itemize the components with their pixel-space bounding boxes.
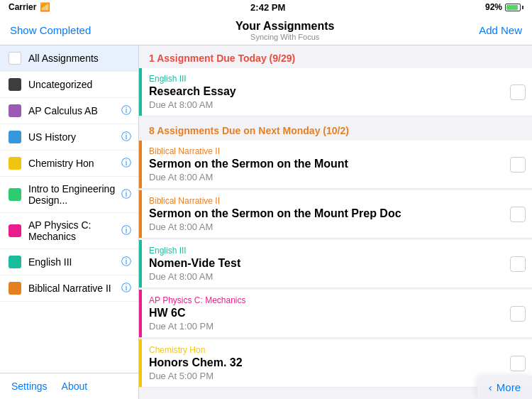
info-icon-us-history[interactable]: ⓘ	[121, 131, 131, 143]
assignment-card-assign-5: AP Physics C: MechanicsHW 6CDue At 1:00 …	[139, 290, 532, 338]
more-label: More	[497, 381, 521, 393]
card-title-assign-4: Nomen-Vide Test	[149, 257, 497, 270]
sidebar-label-ap-physics: AP Physics C: Mechanics	[28, 219, 118, 242]
sidebar-label-us-history: US History	[28, 131, 118, 143]
assignment-card-assign-4: English IIINomen-Vide TestDue At 8:00 AM	[139, 240, 532, 288]
sidebar-item-all-assignments[interactable]: All Assignments	[0, 45, 138, 72]
sidebar: All AssignmentsUncategorizedAP Calculus …	[0, 45, 139, 399]
card-body-assign-5: AP Physics C: MechanicsHW 6CDue At 1:00 …	[142, 290, 504, 337]
sidebar-item-biblical-narrative[interactable]: Biblical Narrative IIⓘ	[0, 275, 138, 302]
sidebar-item-ap-physics[interactable]: AP Physics C: Mechanicsⓘ	[0, 213, 138, 249]
wifi-icon: 📶	[40, 2, 50, 12]
card-check-assign-2[interactable]	[504, 141, 532, 188]
card-due-assign-2: Due At 8:00 AM	[149, 172, 497, 182]
card-due-assign-3: Due At 8:00 AM	[149, 222, 497, 232]
card-title-assign-3: Sermon on the Sermon on the Mount Prep D…	[149, 207, 497, 220]
card-course-assign-5: AP Physics C: Mechanics	[149, 295, 497, 305]
card-body-assign-4: English IIINomen-Vide TestDue At 8:00 AM	[142, 240, 504, 288]
assignment-card-assign-3: Biblical Narrative IISermon on the Sermo…	[139, 190, 532, 239]
assignment-card-assign-2: Biblical Narrative IISermon on the Sermo…	[139, 141, 532, 189]
card-check-assign-3[interactable]	[504, 190, 532, 238]
card-due-assign-1: Due At 8:00 AM	[149, 99, 497, 110]
content-area: 1 Assignment Due Today (9/29)English III…	[139, 45, 532, 399]
card-due-assign-5: Due At 1:00 PM	[149, 321, 497, 332]
sidebar-label-all-assignments: All Assignments	[28, 53, 131, 64]
sidebar-color-all-assignments	[9, 52, 21, 65]
checkbox-assign-2[interactable]	[510, 157, 526, 173]
card-title-assign-6: Honors Chem. 32	[149, 356, 497, 369]
sidebar-item-intro-engineering[interactable]: Intro to Engineering Design...ⓘ	[0, 177, 138, 213]
sidebar-item-english-iii[interactable]: English IIIⓘ	[0, 249, 138, 275]
sidebar-label-english-iii: English III	[28, 256, 118, 268]
sidebar-item-us-history[interactable]: US Historyⓘ	[0, 124, 138, 151]
card-course-assign-6: Chemistry Hon	[149, 345, 497, 355]
card-check-assign-4[interactable]	[504, 240, 532, 288]
sidebar-item-chemistry-hon[interactable]: Chemistry Honⓘ	[0, 151, 138, 177]
settings-button[interactable]: Settings	[11, 381, 48, 392]
checkbox-assign-6[interactable]	[510, 356, 526, 371]
sidebar-label-biblical-narrative: Biblical Narrative II	[28, 283, 118, 294]
add-new-button[interactable]: Add New	[479, 24, 522, 36]
sidebar-footer: Settings About	[0, 373, 138, 399]
sidebar-label-ap-calculus-ab: AP Calculus AB	[28, 105, 118, 116]
battery-percent: 92%	[485, 2, 502, 12]
chevron-left-icon: ‹	[489, 381, 492, 393]
card-check-assign-5[interactable]	[504, 290, 532, 337]
nav-title-block: Your Assignments Syncing With Focus	[235, 20, 335, 41]
sidebar-color-english-iii	[9, 256, 21, 268]
sidebar-color-us-history	[9, 131, 21, 143]
card-body-assign-1: English IIIResearch EssayDue At 8:00 AM	[142, 68, 504, 116]
card-due-assign-4: Due At 8:00 AM	[149, 271, 497, 282]
assignment-card-assign-6: Chemistry HonHonors Chem. 32Due At 5:00 …	[139, 339, 532, 388]
checkbox-assign-1[interactable]	[510, 84, 526, 100]
sidebar-label-uncategorized: Uncategorized	[28, 79, 131, 90]
sidebar-label-chemistry-hon: Chemistry Hon	[28, 158, 118, 169]
card-title-assign-5: HW 6C	[149, 307, 497, 319]
nav-title: Your Assignments	[235, 20, 335, 33]
info-icon-biblical-narrative[interactable]: ⓘ	[121, 282, 131, 295]
info-icon-intro-engineering[interactable]: ⓘ	[121, 188, 131, 201]
assignment-card-assign-1: English IIIResearch EssayDue At 8:00 AM	[139, 68, 532, 116]
carrier-label: Carrier	[9, 2, 36, 12]
status-bar: Carrier 📶 2:42 PM 92%	[0, 0, 532, 14]
card-course-assign-4: English III	[149, 246, 497, 256]
section-header-today-section: 1 Assignment Due Today (9/29)	[139, 45, 532, 68]
more-button[interactable]: ‹ More	[477, 376, 532, 399]
card-title-assign-2: Sermon on the Sermon on the Mount	[149, 158, 497, 170]
sidebar-color-chemistry-hon	[9, 157, 21, 170]
card-due-assign-6: Due At 5:00 PM	[149, 371, 497, 381]
status-bar-left: Carrier 📶	[9, 2, 50, 12]
info-icon-english-iii[interactable]: ⓘ	[121, 256, 131, 268]
battery-icon	[505, 4, 523, 11]
sidebar-label-intro-engineering: Intro to Engineering Design...	[28, 183, 118, 206]
sidebar-color-ap-physics	[9, 224, 21, 237]
main-layout: All AssignmentsUncategorizedAP Calculus …	[0, 45, 532, 399]
about-button[interactable]: About	[62, 381, 88, 392]
card-course-assign-1: English III	[149, 74, 497, 84]
info-icon-ap-physics[interactable]: ⓘ	[121, 224, 131, 237]
nav-bar: Show Completed Your Assignments Syncing …	[0, 14, 532, 45]
status-bar-right: 92%	[485, 2, 523, 12]
card-title-assign-1: Research Essay	[149, 85, 497, 98]
sidebar-item-uncategorized[interactable]: Uncategorized	[0, 72, 138, 98]
nav-subtitle: Syncing With Focus	[235, 33, 335, 41]
card-course-assign-3: Biblical Narrative II	[149, 196, 497, 206]
sidebar-color-uncategorized	[9, 78, 21, 91]
card-body-assign-3: Biblical Narrative IISermon on the Sermo…	[142, 190, 504, 238]
card-body-assign-6: Chemistry HonHonors Chem. 32Due At 5:00 …	[142, 339, 504, 387]
sidebar-item-ap-calculus-ab[interactable]: AP Calculus ABⓘ	[0, 98, 138, 124]
card-check-assign-1[interactable]	[504, 68, 532, 116]
show-completed-button[interactable]: Show Completed	[10, 24, 91, 36]
info-icon-chemistry-hon[interactable]: ⓘ	[121, 157, 131, 170]
checkbox-assign-5[interactable]	[510, 306, 526, 322]
checkbox-assign-3[interactable]	[510, 207, 526, 222]
status-bar-time: 2:42 PM	[250, 2, 285, 13]
card-body-assign-2: Biblical Narrative IISermon on the Sermo…	[142, 141, 504, 188]
info-icon-ap-calculus-ab[interactable]: ⓘ	[121, 104, 131, 117]
section-header-monday-section: 8 Assignments Due on Next Monday (10/2)	[139, 118, 532, 141]
card-course-assign-2: Biblical Narrative II	[149, 146, 497, 156]
sidebar-color-intro-engineering	[9, 188, 21, 201]
checkbox-assign-4[interactable]	[510, 256, 526, 272]
sidebar-color-biblical-narrative	[9, 282, 21, 295]
sidebar-color-ap-calculus-ab	[9, 104, 21, 117]
